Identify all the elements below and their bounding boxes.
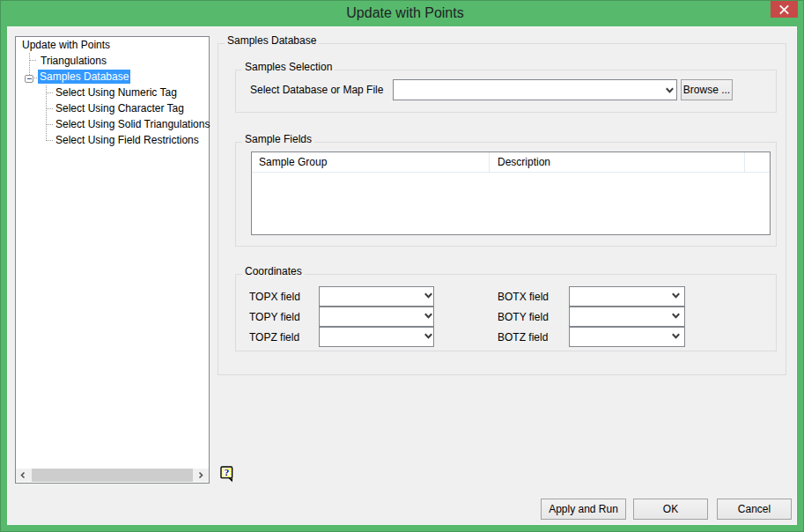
svg-text:?: ? [225,467,230,477]
